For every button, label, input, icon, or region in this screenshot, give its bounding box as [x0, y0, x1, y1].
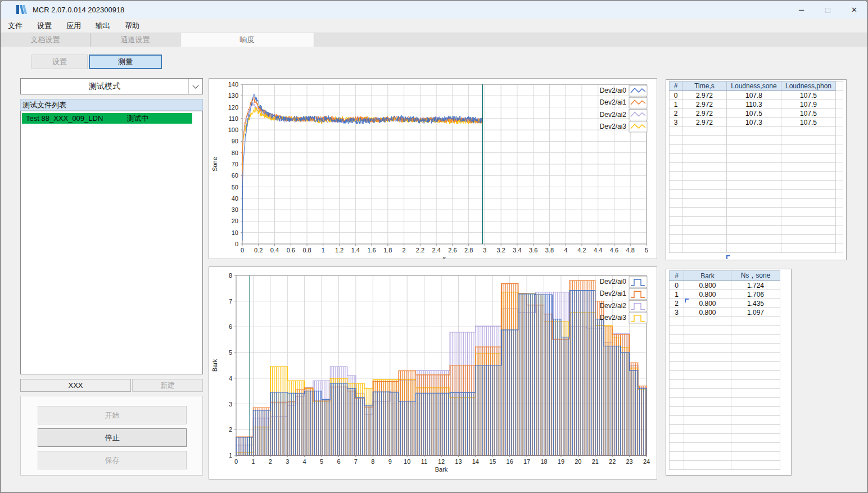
menu-item-2[interactable]: 应用 [59, 19, 88, 33]
table-cell [670, 452, 684, 461]
x-axis-label: Bark [435, 466, 448, 473]
table-row[interactable]: 12.972110.3107.9 [670, 100, 843, 109]
column-header[interactable]: Ns，sone [731, 271, 780, 281]
table-cell [682, 145, 727, 154]
table-row[interactable] [670, 362, 780, 371]
tab-2[interactable]: 响度 [180, 33, 314, 47]
column-header[interactable]: # [670, 82, 682, 91]
x-tick-label: 24 [643, 458, 650, 465]
table-row[interactable] [670, 425, 780, 434]
table-row[interactable] [670, 344, 780, 353]
column-header[interactable]: Time,s [682, 82, 727, 91]
minimize-button[interactable]: ─ [788, 1, 815, 19]
menu-item-1[interactable]: 设置 [30, 19, 59, 33]
filler-cell [836, 226, 843, 235]
table-cell [684, 434, 731, 443]
new-button[interactable]: 新建 [132, 379, 203, 392]
table-row[interactable] [670, 380, 780, 389]
table-row[interactable]: 32.972107.3107.5 [670, 118, 843, 127]
menu-item-3[interactable]: 输出 [88, 19, 117, 33]
table-row[interactable] [670, 244, 843, 253]
table-cell [684, 335, 731, 344]
table-row[interactable] [670, 163, 843, 172]
menu-item-0[interactable]: 文件 [1, 19, 30, 33]
table-row[interactable] [670, 443, 780, 452]
table-row[interactable] [670, 127, 843, 136]
xxx-button[interactable]: XXX [20, 379, 131, 392]
view-button-1[interactable]: 测量 [89, 55, 162, 69]
table-row[interactable] [670, 136, 843, 145]
x-tick-label: 2 [269, 458, 272, 465]
table-row[interactable] [670, 208, 843, 217]
view-button-0[interactable]: 设置 [31, 55, 88, 69]
table-row[interactable] [670, 398, 780, 407]
column-header[interactable]: Loudness,phon [781, 82, 836, 91]
combo-arrow-box[interactable] [188, 79, 202, 94]
tab-1[interactable]: 通道设置 [91, 33, 180, 47]
title-bar: MCR 2.07.0.014 202300918 ─ □ ✕ [1, 1, 867, 19]
table-row[interactable] [670, 226, 843, 235]
stop-button[interactable]: 停止 [38, 428, 187, 447]
x-tick-label: 3.8 [545, 247, 554, 254]
table-row[interactable] [670, 154, 843, 163]
table-row[interactable] [670, 452, 780, 461]
table-row[interactable] [670, 199, 843, 208]
column-header[interactable]: Bark [684, 271, 731, 281]
column-header[interactable]: Loudness,sone [727, 82, 781, 91]
table-cell [731, 425, 780, 434]
table-cell [670, 371, 684, 380]
x-tick-label: 1 [322, 247, 325, 254]
table-row[interactable] [670, 235, 843, 244]
maximize-button[interactable]: □ [815, 1, 841, 19]
table-row[interactable] [670, 172, 843, 181]
table-row[interactable] [670, 434, 780, 443]
table-row[interactable] [670, 389, 780, 398]
table-row[interactable] [670, 407, 780, 416]
table-row[interactable] [670, 416, 780, 425]
table-cell [670, 317, 684, 326]
table-cell [727, 217, 781, 226]
table-row[interactable] [670, 371, 780, 380]
save-button[interactable]: 保存 [38, 451, 187, 469]
table-cell [682, 163, 727, 172]
table-cell [731, 362, 780, 371]
table-cell [684, 389, 731, 398]
menu-item-4[interactable]: 帮助 [117, 19, 147, 33]
column-header[interactable]: # [670, 271, 684, 281]
table-row[interactable]: 00.8001.724 [670, 281, 780, 290]
x-axis-label: s [443, 255, 446, 259]
table-row[interactable] [670, 461, 780, 470]
y-tick-label: 1 [229, 452, 232, 459]
table-row[interactable] [670, 317, 780, 326]
table-cell [727, 226, 781, 235]
test-file-item[interactable]: Test 88_XXX_009_LDN测试中 [22, 113, 192, 124]
tab-0[interactable]: 文档设置 [1, 33, 91, 47]
start-button[interactable]: 开始 [38, 406, 187, 424]
table-row[interactable] [670, 190, 843, 199]
table-row[interactable] [670, 181, 843, 190]
x-tick-label: 17 [523, 458, 530, 465]
close-button[interactable]: ✕ [841, 1, 867, 19]
y-tick-label: 60 [232, 172, 238, 179]
test-mode-select[interactable]: 测试模式 [20, 78, 203, 94]
table-row[interactable] [670, 353, 780, 362]
x-tick-label: 23 [626, 458, 632, 465]
table-cell [682, 136, 727, 145]
table-cell [727, 244, 781, 253]
table-row[interactable]: 02.972107.8107.5 [670, 91, 843, 100]
test-file-list[interactable]: Test 88_XXX_009_LDN测试中 [20, 111, 203, 374]
table-cell [731, 344, 780, 353]
table-row[interactable] [670, 335, 780, 344]
x-tick-label: 3 [483, 247, 486, 254]
table-cell [682, 181, 727, 190]
table-row[interactable] [670, 326, 780, 335]
table-row[interactable] [670, 145, 843, 154]
table-row[interactable] [670, 217, 843, 226]
specific-loudness-chart[interactable]: 0123456789101112131415161718192021222324… [209, 267, 657, 479]
table-cell [684, 452, 731, 461]
table-row[interactable]: 22.972107.5107.5 [670, 109, 843, 118]
table-row[interactable]: 30.8001.097 [670, 308, 780, 317]
table-cell: 107.5 [781, 109, 836, 118]
table-row[interactable]: 10.8001.706 [670, 290, 780, 299]
loudness-time-chart[interactable]: 00.20.40.60.811.21.41.61.822.22.42.62.83… [209, 79, 657, 259]
